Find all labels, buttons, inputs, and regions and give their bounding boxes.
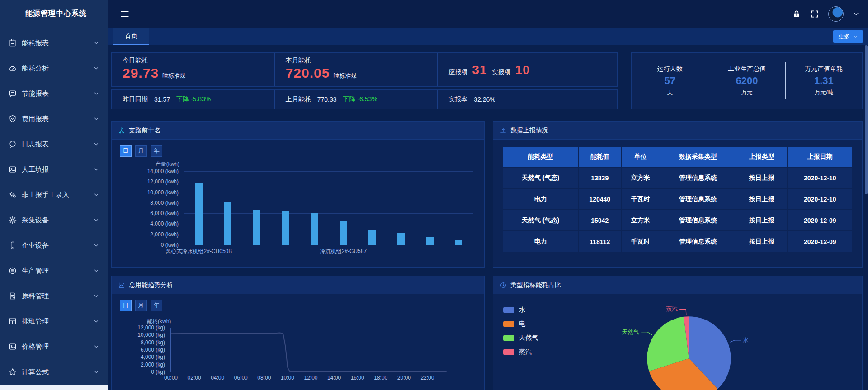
table-cell: 2020-12-09 [788, 210, 852, 230]
image-icon [8, 342, 17, 351]
stat-value: 57 [632, 75, 708, 87]
sidebar: 能源管理中心系统 能耗报表能耗分析节能报表费用报表日志报表人工填报非上报手工录入… [0, 0, 108, 390]
bar-y-tick: 8,000 (kwh) [112, 200, 179, 206]
bar[interactable] [455, 240, 462, 245]
sidebar-bottom-strip [0, 385, 108, 390]
sidebar-item-费用报表[interactable]: 费用报表 [0, 106, 108, 132]
trend-period-tabs: 日月年 [120, 300, 484, 311]
more-button[interactable]: 更多 [833, 30, 863, 43]
tabbar: 首页 更多 [108, 28, 868, 45]
sidebar-item-生产管理[interactable]: 生产管理 [0, 258, 108, 283]
line-x-label: 02:00 [188, 375, 201, 381]
period-tab-日[interactable]: 日 [120, 145, 132, 157]
sidebar-item-能耗分析[interactable]: 能耗分析 [0, 56, 108, 81]
chevron-down-icon [93, 217, 99, 223]
bar[interactable] [253, 210, 260, 245]
sidebar-item-label: 采集设备 [22, 216, 93, 225]
stat-label: 万元产值单耗 [786, 65, 862, 73]
period-tab-年[interactable]: 年 [151, 300, 162, 311]
report-icon [8, 38, 17, 47]
line-x-label: 16:00 [351, 375, 364, 381]
period-tab-年[interactable]: 年 [151, 145, 162, 157]
table-row[interactable]: 电力118112千瓦时管理信息系统按日上报2020-12-09 [503, 231, 852, 252]
table-cell: 管理信息系统 [660, 189, 736, 209]
panel-trend-title: 总用能趋势分析 [129, 281, 173, 289]
sidebar-item-人工填报[interactable]: 人工填报 [0, 157, 108, 182]
period-tab-月[interactable]: 月 [135, 145, 147, 157]
doc-check-icon [8, 291, 17, 301]
branch-period-tabs: 日月年 [120, 145, 484, 157]
line-x-label: 22:00 [420, 375, 434, 381]
bar[interactable] [224, 202, 231, 245]
pie-label-水: 水 [743, 337, 749, 343]
trend-line-chart: 能耗(kwh)00:0002:0004:0006:0008:0010:0012:… [112, 318, 484, 390]
lock-icon[interactable] [792, 9, 801, 19]
sidebar-item-非上报手工录入[interactable]: 非上报手工录入 [0, 182, 108, 207]
sidebar-item-采集设备[interactable]: 采集设备 [0, 207, 108, 233]
gridline [184, 245, 473, 245]
sidebar-item-label: 计算公式 [22, 368, 93, 376]
table-cell: 管理信息系统 [660, 210, 736, 230]
layout-icon [8, 317, 17, 326]
gears-icon [8, 190, 17, 199]
bar[interactable] [282, 211, 289, 245]
sidebar-item-计算公式[interactable]: 计算公式 [0, 359, 108, 385]
table-header: 数据采集类型 [660, 147, 736, 167]
kpi-last-month-value: 770.33 [317, 96, 337, 103]
panel-energy-share: 类型指标能耗占比 水电天然气蒸汽 水电天然气蒸汽 [493, 276, 863, 390]
user-chevron-down-icon[interactable] [853, 10, 860, 18]
line-x-label: 12:00 [304, 375, 317, 381]
panel-data-report: 数据上报情况 能耗类型能耗值单位数据采集类型上报类型上报日期天然气 (气态)13… [493, 121, 863, 268]
stat-万元产值单耗: 万元产值单耗1.31万元/吨 [786, 62, 862, 99]
line-y-tick: 6,000 (kg) [112, 347, 165, 353]
bar[interactable] [368, 230, 376, 245]
table-cell: 按日上报 [736, 168, 787, 188]
table-cell: 天然气 (气态) [503, 168, 578, 188]
sidebar-item-价格管理[interactable]: 价格管理 [0, 334, 108, 359]
period-tab-日[interactable]: 日 [120, 300, 132, 311]
fullscreen-icon[interactable] [810, 9, 819, 19]
panel-branch-title: 支路前十名 [129, 127, 160, 135]
kpi-today-value: 29.73 [123, 66, 159, 81]
sidebar-item-原料管理[interactable]: 原料管理 [0, 283, 108, 309]
table-row[interactable]: 天然气 (气态)13839立方米管理信息系统按日上报2020-12-10 [503, 168, 852, 188]
period-tab-月[interactable]: 月 [135, 300, 147, 311]
upload-icon [500, 127, 507, 134]
scrollbar-thumb[interactable] [865, 45, 868, 194]
bar[interactable] [426, 237, 434, 245]
table-cell: 118112 [579, 231, 621, 252]
gauge-icon [8, 64, 17, 73]
image-icon [8, 165, 17, 174]
table-row[interactable]: 电力120440千瓦时管理信息系统按日上报2020-12-10 [503, 189, 852, 209]
sidebar-item-日志报表[interactable]: 日志报表 [0, 132, 108, 157]
chevron-down-icon [93, 343, 99, 350]
shield-check-icon [8, 114, 17, 123]
table-cell: 按日上报 [736, 210, 787, 230]
sidebar-item-节能报表[interactable]: 节能报表 [0, 81, 108, 106]
tab-home[interactable]: 首页 [113, 28, 149, 45]
table-cell: 13839 [579, 168, 621, 188]
table-cell: 管理信息系统 [660, 231, 736, 252]
panel-trend-header: 总用能趋势分析 [112, 276, 484, 294]
panel-report-title: 数据上报情况 [510, 127, 548, 135]
line-y-tick: 0 (kg) [112, 369, 165, 375]
bar[interactable] [311, 213, 318, 245]
bar[interactable] [397, 233, 405, 245]
chevron-down-icon [93, 141, 99, 147]
sidebar-item-能耗报表[interactable]: 能耗报表 [0, 30, 108, 56]
bar[interactable] [195, 183, 203, 245]
stat-unit: 万元 [708, 89, 785, 97]
topbar-actions [792, 6, 860, 22]
chevron-down-icon [93, 192, 99, 198]
bar[interactable] [340, 221, 347, 245]
avatar[interactable] [828, 6, 844, 22]
page-scrollbar[interactable] [864, 45, 868, 390]
sidebar-item-排班管理[interactable]: 排班管理 [0, 309, 108, 334]
bar-y-tick: 10,000 (kwh) [112, 189, 179, 196]
topbar [108, 0, 868, 28]
sidebar-nav: 能耗报表能耗分析节能报表费用报表日志报表人工填报非上报手工录入采集设备企业设备生… [0, 30, 108, 385]
sidebar-item-企业设备[interactable]: 企业设备 [0, 233, 108, 258]
trend-line [171, 328, 451, 372]
table-row[interactable]: 天然气 (气态)15042立方米管理信息系统按日上报2020-12-09 [503, 210, 852, 230]
menu-toggle-icon[interactable] [119, 9, 130, 19]
